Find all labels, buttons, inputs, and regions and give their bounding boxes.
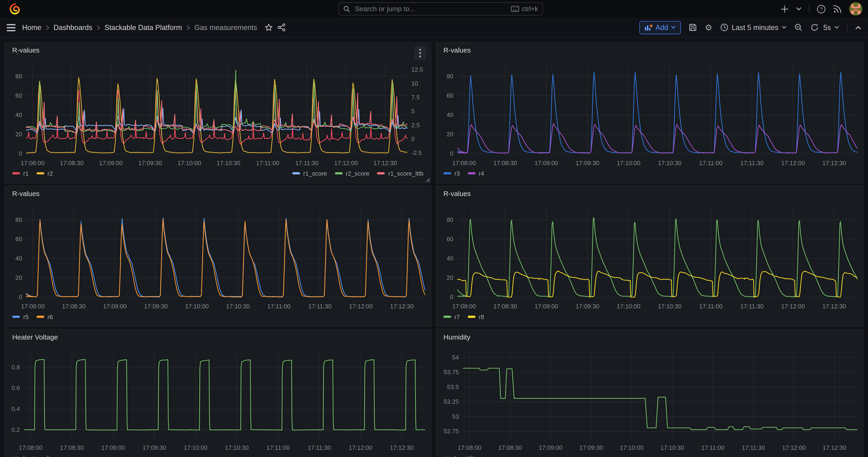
panel-legend: heatervoltage [12,455,423,457]
y-right-tick-label: 5 [411,108,415,115]
global-search[interactable]: ctrl+k [338,2,543,16]
zoom-out-button[interactable] [795,23,803,32]
y-tick-label: 20 [446,274,453,281]
news-button[interactable] [833,4,842,13]
x-tick-label: 17:12:00 [349,303,373,310]
y-tick-label: 0 [19,294,22,301]
legend-swatch [36,315,44,318]
x-tick-label: 17:08:00 [19,444,42,451]
breadcrumb-home[interactable]: Home [22,23,41,32]
legend-swatch [468,172,475,175]
user-avatar[interactable] [849,2,862,16]
x-tick-label: 17:12:30 [390,444,413,451]
x-tick-label: 17:09:30 [576,303,599,310]
top-nav-bar: ctrl+k ? [0,0,868,18]
breadcrumb-folder[interactable]: Stackable Data Platform [104,23,182,32]
legend-item-heatervoltage[interactable]: heatervoltage [12,455,60,457]
breadcrumb-dashboards[interactable]: Dashboards [54,23,92,32]
x-tick-label: 17:10:00 [177,159,201,166]
grafana-logo-icon[interactable] [9,3,21,15]
legend-item-r3[interactable]: r3 [443,170,460,177]
chart-canvas[interactable]: 17:08:0017:08:3017:09:0017:09:3017:10:00… [436,42,863,183]
legend-item-r8[interactable]: r8 [468,313,484,320]
x-tick-label: 17:09:30 [138,159,162,166]
x-tick-label: 17:09:30 [576,159,599,166]
legend-item-r7[interactable]: r7 [443,313,460,320]
series-r1_score_lttb [26,93,421,134]
legend-item-r1_score_lttb[interactable]: r1_score_lttb [377,170,424,177]
collapse-toolbar-button[interactable] [855,25,861,30]
legend-label: r1_score_lttb [388,170,423,177]
chart-canvas[interactable]: 17:08:0017:08:3017:09:0017:09:3017:10:00… [5,186,431,327]
x-tick-label: 17:10:30 [225,444,249,451]
new-button[interactable] [781,5,789,13]
x-tick-label: 17:12:30 [373,159,397,166]
dashboard-settings-button[interactable]: ⚙ [705,23,712,32]
x-tick-label: 17:08:30 [493,159,517,166]
x-tick-label: 17:08:30 [60,444,84,451]
panel-r-values: R-values17:08:0017:08:3017:09:0017:09:30… [436,42,864,183]
legend-label: r7 [455,313,460,320]
graph-bar-icon [644,24,653,31]
y-tick-label: 0.2 [11,426,20,433]
y-right-tick-label: 10 [411,80,418,87]
legend-item-r4[interactable]: r4 [468,170,484,177]
y-tick-label: 80 [16,216,22,223]
breadcrumb-dashboard-title[interactable]: Gas measurements [194,23,257,32]
legend-item-r1_score[interactable]: r1_score [292,170,327,177]
panel-legend: r5r6 [12,313,423,320]
clock-icon [720,23,728,32]
panel-r-values: R-values17:08:0017:08:3017:09:0017:09:30… [4,42,431,183]
rss-icon [833,4,842,13]
panel-r-values: R-values17:08:0017:08:3017:09:0017:09:30… [436,186,864,327]
x-tick-label: 17:12:00 [781,303,805,310]
refresh-icon [811,23,819,32]
favorite-star-button[interactable] [265,23,273,32]
chart-canvas[interactable]: 17:08:0017:08:3017:09:0017:09:3017:10:00… [5,42,431,183]
x-tick-label: 17:12:00 [782,444,806,451]
x-tick-label: 17:08:00 [452,303,476,310]
x-tick-label: 17:10:00 [617,303,641,310]
refresh-button[interactable] [811,23,819,32]
help-button[interactable]: ? [816,4,826,13]
y-tick-label: 40 [16,112,22,118]
x-tick-label: 17:11:00 [267,444,290,451]
mega-menu-button[interactable] [7,24,16,31]
chart-canvas[interactable]: 17:08:0017:08:3017:09:0017:09:3017:10:00… [436,186,863,327]
save-dashboard-button[interactable] [689,23,697,32]
y-right-tick-label: 12.5 [411,66,423,73]
legend-item-r2[interactable]: r2 [36,170,53,177]
share-button[interactable] [278,23,286,32]
legend-swatch [443,315,451,318]
time-range-picker[interactable]: Last 5 minutes [720,23,787,32]
x-tick-label: 17:09:30 [579,444,603,451]
add-panel-button[interactable]: Add [640,21,681,34]
search-input[interactable] [354,4,508,13]
legend-item-r5[interactable]: r5 [12,313,29,320]
x-tick-label: 17:08:30 [498,444,522,451]
y-tick-label: 0 [450,150,454,157]
legend-item-humidity[interactable]: humidity [443,455,477,457]
legend-label: r2_score [346,170,369,177]
new-menu-caret[interactable] [796,7,802,11]
x-tick-label: 17:10:30 [658,159,682,166]
y-tick-label: 53.5 [447,384,459,391]
panel-resize-handle[interactable] [426,178,430,182]
x-tick-label: 17:11:00 [699,303,722,310]
chart-canvas[interactable]: 17:08:0017:08:3017:09:0017:09:3017:10:00… [5,330,431,457]
legend-item-r6[interactable]: r6 [36,313,53,320]
refresh-interval-picker[interactable]: 5s [824,23,839,32]
legend-label: humidity [455,455,477,457]
chevron-down-icon [671,26,676,30]
y-tick-label: 60 [446,236,453,243]
x-tick-label: 17:12:30 [822,159,846,166]
legend-item-r1[interactable]: r1 [12,170,29,177]
x-tick-label: 17:08:00 [458,444,482,451]
x-tick-label: 17:09:00 [99,159,123,166]
legend-item-r2_score[interactable]: r2_score [335,170,370,177]
y-tick-label: 53.25 [444,398,459,405]
legend-label: heatervoltage [23,455,60,457]
legend-label: r5 [23,313,29,320]
chart-canvas[interactable]: 17:08:0017:08:3017:09:0017:09:3017:10:00… [436,330,863,457]
y-tick-label: 0.8 [11,364,20,371]
